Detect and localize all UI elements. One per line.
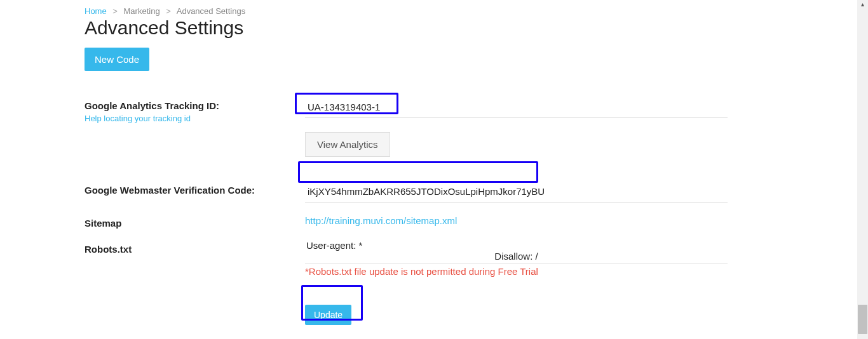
- page-title: Advanced Settings: [85, 17, 855, 39]
- scrollbar[interactable]: ▴: [857, 0, 868, 339]
- view-analytics-button[interactable]: View Analytics: [305, 132, 390, 157]
- new-code-button[interactable]: New Code: [85, 48, 149, 71]
- scroll-up-icon[interactable]: ▴: [857, 0, 868, 11]
- robots-label: Robots.txt: [85, 244, 305, 255]
- breadcrumb-home[interactable]: Home: [85, 6, 107, 16]
- sitemap-label: Sitemap: [85, 218, 305, 229]
- webmaster-input[interactable]: [305, 181, 728, 203]
- breadcrumb: Home > Marketing > Advanced Settings: [85, 6, 855, 16]
- breadcrumb-sep-icon: >: [166, 6, 171, 16]
- breadcrumb-sep-icon: >: [112, 6, 118, 16]
- ga-tracking-input[interactable]: [305, 96, 728, 118]
- ga-tracking-label: Google Analytics Tracking ID:: [85, 100, 305, 111]
- robots-line2: Disallow: /: [305, 251, 728, 262]
- robots-warning: *Robots.txt file update is not permitted…: [305, 266, 728, 277]
- webmaster-label: Google Webmaster Verification Code:: [85, 185, 305, 196]
- robots-textarea[interactable]: User-agent: * Disallow: /: [305, 240, 728, 263]
- robots-line1: User-agent: *: [305, 240, 728, 251]
- sitemap-link[interactable]: http://training.muvi.com/sitemap.xml: [305, 214, 457, 226]
- update-button[interactable]: Update: [305, 305, 351, 325]
- breadcrumb-current: Advanced Settings: [177, 6, 245, 16]
- ga-help-link[interactable]: Help locating your tracking id: [85, 114, 305, 123]
- breadcrumb-marketing[interactable]: Marketing: [124, 6, 160, 16]
- scrollbar-thumb[interactable]: [858, 305, 867, 334]
